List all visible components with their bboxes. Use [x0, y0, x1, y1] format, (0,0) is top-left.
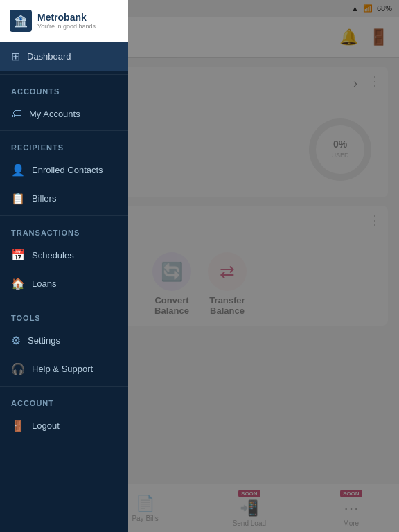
- sidebar-item-settings[interactable]: ⚙ Settings: [0, 326, 128, 355]
- sidebar-item-enrolled-contacts[interactable]: 👤 Enrolled Contacts: [0, 156, 128, 184]
- section-accounts: ACCOUNTS: [0, 78, 128, 100]
- enrolled-contacts-icon: 👤: [11, 163, 25, 177]
- help-support-label: Help & Support: [32, 364, 93, 374]
- divider-5: [0, 386, 128, 387]
- sidebar-item-billers[interactable]: 📋 Billers: [0, 184, 128, 213]
- sidebar-item-loans[interactable]: 🏠 Loans: [0, 269, 128, 298]
- sidebar-item-schedules[interactable]: 📅 Schedules: [0, 241, 128, 269]
- logout-drawer-icon: 🚪: [11, 419, 25, 432]
- section-account: ACCOUNT: [0, 389, 128, 411]
- section-recipients: RECIPIENTS: [0, 134, 128, 156]
- my-accounts-label: My Accounts: [29, 109, 80, 119]
- divider-2: [0, 130, 128, 131]
- dashboard-label: Dashboard: [27, 51, 71, 62]
- divider-3: [0, 215, 128, 216]
- settings-label: Settings: [28, 335, 60, 346]
- sidebar-item-help-support[interactable]: 🎧 Help & Support: [0, 355, 128, 383]
- sidebar-item-my-accounts[interactable]: 🏷 My Accounts: [0, 100, 128, 127]
- settings-icon: ⚙: [11, 334, 21, 347]
- billers-label: Billers: [32, 193, 56, 204]
- sidebar-item-logout[interactable]: 🚪 Logout: [0, 411, 128, 440]
- dashboard-icon: ⊞: [11, 50, 20, 63]
- enrolled-contacts-label: Enrolled Contacts: [32, 165, 103, 175]
- sidebar-item-dashboard[interactable]: ⊞ Dashboard: [0, 42, 128, 71]
- section-transactions: TRANSACTIONS: [0, 219, 128, 241]
- sidebar-tagline: You're in good hands: [37, 23, 96, 30]
- section-tools: TOOLS: [0, 304, 128, 326]
- loans-label: Loans: [32, 278, 56, 289]
- logout-label: Logout: [32, 420, 60, 431]
- sidebar-brand: Metrobank: [37, 12, 96, 23]
- schedules-icon: 📅: [11, 249, 25, 262]
- divider-4: [0, 301, 128, 301]
- sidebar-logo-icon: 🏦: [10, 10, 32, 32]
- billers-icon: 📋: [11, 192, 25, 205]
- divider-1: [0, 74, 128, 75]
- sidebar-header: 🏦 Metrobank You're in good hands: [0, 0, 128, 42]
- help-icon: 🎧: [11, 362, 25, 375]
- loans-icon: 🏠: [11, 277, 25, 290]
- my-accounts-icon: 🏷: [11, 107, 22, 120]
- sidebar-drawer: 🏦 Metrobank You're in good hands ⊞ Dashb…: [0, 0, 128, 532]
- schedules-label: Schedules: [32, 250, 74, 260]
